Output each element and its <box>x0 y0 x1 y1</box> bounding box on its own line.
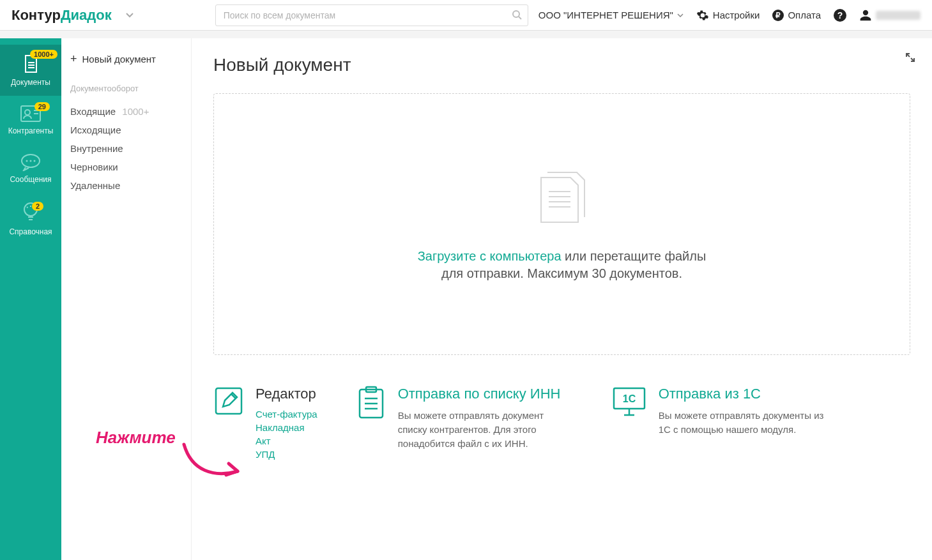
search-input[interactable] <box>215 4 528 26</box>
settings-label: Настройки <box>713 10 760 20</box>
help-button[interactable]: ? <box>834 9 846 22</box>
new-document-button[interactable]: + Новый документ <box>70 52 182 66</box>
left-rail: 1000+ Документы 29 Контрагенты Сообщения… <box>0 38 61 560</box>
svg-point-0 <box>513 11 519 17</box>
inn-title[interactable]: Отправка по списку ИНН <box>398 386 573 402</box>
inn-column: Отправка по списку ИНН Вы можете отправл… <box>356 386 573 462</box>
rail-documents-label: Документы <box>3 78 59 87</box>
topbar: Контур Диадок ООО "ИНТЕРНЕТ РЕШЕНИЯ" Нас… <box>0 0 932 31</box>
ruble-icon: ₽ <box>772 10 784 21</box>
badge-help: 2 <box>32 202 43 211</box>
search-icon[interactable] <box>512 10 522 20</box>
help-icon: ? <box>834 9 846 22</box>
gear-icon <box>696 9 709 22</box>
topbar-right: ООО "ИНТЕРНЕТ РЕШЕНИЯ" Настройки ₽ Оплат… <box>539 9 921 22</box>
subnav-outbox[interactable]: Исходящие <box>70 121 182 139</box>
upload-link[interactable]: Загрузите с компьютера <box>418 249 561 263</box>
chevron-down-icon <box>677 13 684 17</box>
link-waybill[interactable]: Накладная <box>256 422 317 433</box>
badge-documents: 1000+ <box>30 50 57 59</box>
rail-contragents[interactable]: 29 Контрагенты <box>0 96 61 144</box>
org-name: ООО "ИНТЕРНЕТ РЕШЕНИЯ" <box>539 10 673 20</box>
subnav-inbox-label: Входящие <box>70 106 116 117</box>
svg-point-8 <box>30 160 32 162</box>
rail-help-label: Справочная <box>3 227 59 236</box>
chat-icon <box>3 153 59 171</box>
editor-links: Счет-фактура Накладная Акт УПД <box>256 409 317 460</box>
brand-part1: Контур <box>11 7 61 24</box>
inn-desc: Вы можете отправлять документ списку кон… <box>398 409 573 450</box>
subnav: + Новый документ Документооборот Входящи… <box>61 38 192 560</box>
svg-rect-15 <box>216 388 241 414</box>
rail-contragents-label: Контрагенты <box>3 126 59 135</box>
svg-point-7 <box>26 160 28 162</box>
rail-messages-label: Сообщения <box>3 175 59 184</box>
plus-icon: + <box>70 52 77 66</box>
onec-title[interactable]: Отправка из 1С <box>659 386 829 402</box>
editor-title: Редактор <box>256 386 317 402</box>
org-selector[interactable]: ООО "ИНТЕРНЕТ РЕШЕНИЯ" <box>539 10 684 20</box>
chevron-down-icon <box>126 13 134 18</box>
rail-messages[interactable]: Сообщения <box>0 144 61 193</box>
subnav-internal[interactable]: Внутренние <box>70 139 182 158</box>
page-title: Новый документ <box>213 55 910 75</box>
settings-link[interactable]: Настройки <box>696 9 760 22</box>
badge-contragents: 29 <box>34 102 50 111</box>
brand-dropdown[interactable] <box>121 10 139 20</box>
brand-part2: Диадок <box>61 7 112 24</box>
search-wrap <box>215 4 528 26</box>
actions-row: Редактор Счет-фактура Накладная Акт УПД … <box>213 386 910 462</box>
svg-line-1 <box>519 17 521 19</box>
link-upd[interactable]: УПД <box>256 449 317 460</box>
subnav-inbox[interactable]: Входящие 1000+ <box>70 102 182 121</box>
expand-button[interactable] <box>905 52 915 63</box>
onec-monitor-icon: 1C <box>611 386 647 462</box>
bulb-icon <box>3 202 59 223</box>
documents-illustration-icon <box>527 166 597 236</box>
subnav-group-title: Документооборот <box>70 84 182 93</box>
user-menu[interactable] <box>859 9 921 22</box>
user-icon <box>859 9 872 22</box>
brand-logo[interactable]: Контур Диадок <box>11 7 112 24</box>
main: Новый документ Загрузите с компьютера ил… <box>192 38 932 560</box>
user-name-blurred <box>876 11 921 20</box>
rail-documents[interactable]: 1000+ Документы <box>0 45 61 96</box>
dropzone-line2: для отправки. Максимум 30 документов. <box>441 266 682 281</box>
onec-column: 1C Отправка из 1С Вы можете отправлять д… <box>611 386 829 462</box>
payment-link[interactable]: ₽ Оплата <box>772 10 821 21</box>
dropzone-rest1: или перетащите файлы <box>561 249 707 263</box>
subnav-deleted[interactable]: Удаленные <box>70 176 182 195</box>
svg-text:1C: 1C <box>622 393 636 404</box>
dropzone-line1: Загрузите с компьютера или перетащите фа… <box>418 249 707 264</box>
dropzone[interactable]: Загрузите с компьютера или перетащите фа… <box>213 93 910 355</box>
clipboard-icon <box>356 386 386 462</box>
svg-point-9 <box>34 160 36 162</box>
subnav-inbox-count: 1000+ <box>122 106 149 117</box>
link-act[interactable]: Акт <box>256 435 317 446</box>
svg-point-3 <box>25 110 30 115</box>
editor-icon <box>213 386 244 462</box>
new-document-label: Новый документ <box>82 54 156 64</box>
contacts-icon <box>3 105 59 123</box>
onec-desc: Вы можете отправлять документы из 1С с п… <box>659 409 829 437</box>
link-invoice[interactable]: Счет-фактура <box>256 409 317 420</box>
rail-help[interactable]: 2 Справочная <box>0 193 61 245</box>
editor-column: Редактор Счет-фактура Накладная Акт УПД <box>213 386 317 462</box>
payment-label: Оплата <box>788 10 821 20</box>
subnav-drafts[interactable]: Черновики <box>70 158 182 176</box>
